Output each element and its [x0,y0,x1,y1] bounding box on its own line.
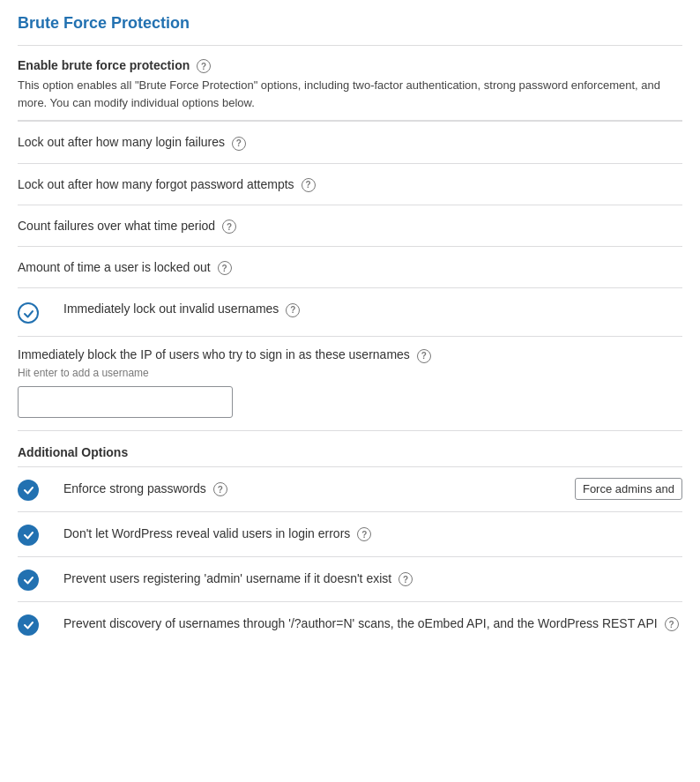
enable-section-title: Enable brute force protection ? [18,58,682,73]
lock-password-label: Lock out after how many forgot password … [18,176,682,192]
count-failures-label: Count failures over what time period ? [18,218,682,234]
prevent-discovery-help-icon[interactable]: ? [665,617,679,631]
no-reveal-users-checkbox-area[interactable] [18,523,63,546]
no-reveal-users-checkbox[interactable] [18,525,39,546]
prevent-admin-help-icon[interactable]: ? [398,572,413,586]
option-row-no-reveal-users: Don't let WordPress reveal valid users i… [18,511,682,556]
enforce-passwords-help-icon[interactable]: ? [213,482,227,496]
page-container: Brute Force Protection Enable brute forc… [0,0,700,660]
prevent-admin-checkbox-area[interactable] [18,568,63,591]
prevent-discovery-label: Prevent discovery of usernames through '… [63,616,679,631]
option-row-prevent-discovery: Prevent discovery of usernames through '… [18,601,682,646]
option-row-count-failures: Count failures over what time period ? [18,205,682,246]
block-ip-label: Immediately block the IP of users who tr… [18,347,682,362]
prevent-admin-label: Prevent users registering 'admin' userna… [63,571,413,586]
prevent-admin-checkbox[interactable] [18,570,39,591]
lock-login-label: Lock out after how many login failures ? [18,134,682,150]
lockout-duration-label: Amount of time a user is locked out ? [18,259,682,275]
option-row-enforce-passwords: Enforce strong passwords ? Force admins … [18,466,682,511]
no-reveal-users-help-icon[interactable]: ? [357,527,371,541]
lock-invalid-checkbox-area[interactable] [18,301,63,324]
block-ip-input[interactable] [18,386,233,418]
enforce-passwords-checkbox-area[interactable] [18,478,63,501]
block-ip-help-icon[interactable]: ? [417,349,431,363]
option-row-lockout-duration: Amount of time a user is locked out ? [18,246,682,287]
option-row-lock-login: Lock out after how many login failures ? [18,121,682,162]
count-failures-help-icon[interactable]: ? [222,220,236,234]
prevent-discovery-checkbox[interactable] [18,614,39,636]
lock-invalid-checkbox[interactable] [18,302,39,324]
lock-password-help-icon[interactable]: ? [302,178,316,192]
prevent-discovery-checkbox-area[interactable] [18,613,63,636]
option-row-prevent-admin-username: Prevent users registering 'admin' userna… [18,556,682,601]
option-row-lock-password: Lock out after how many forgot password … [18,163,682,205]
block-ip-hint: Hit enter to add a username [18,367,682,379]
additional-options-header: Additional Options [18,430,682,466]
lock-invalid-help-icon[interactable]: ? [286,303,300,317]
enforce-passwords-dropdown[interactable]: Force admins and [575,478,682,500]
no-reveal-users-label: Don't let WordPress reveal valid users i… [63,526,371,541]
enforce-passwords-checkbox[interactable] [18,480,39,501]
enable-section-desc: This option enables all "Brute Force Pro… [18,77,682,111]
enable-section-help-icon[interactable]: ? [197,59,211,73]
option-row-lock-invalid-usernames: Immediately lock out invalid usernames ? [18,287,682,336]
lock-login-help-icon[interactable]: ? [232,137,246,151]
block-ip-section: Immediately block the IP of users who tr… [18,336,682,429]
lock-invalid-usernames-label: Immediately lock out invalid usernames ? [63,301,682,317]
page-title: Brute Force Protection [18,14,682,33]
enforce-passwords-label: Enforce strong passwords ? [63,481,575,496]
lockout-duration-help-icon[interactable]: ? [218,261,232,275]
enable-brute-force-section: Enable brute force protection ? This opt… [18,46,682,120]
